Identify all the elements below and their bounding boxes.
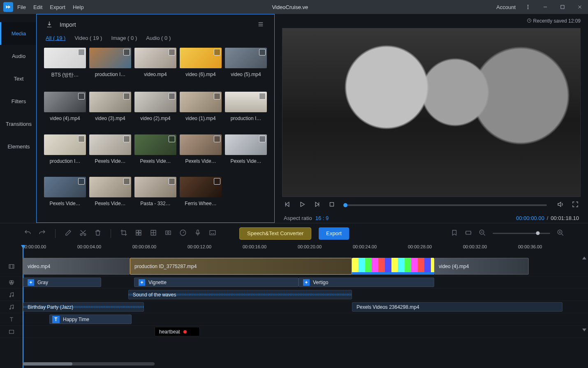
media-item-label: video (4).mp4 [44, 116, 86, 121]
media-item[interactable]: Pexels Vide… [225, 134, 267, 171]
video-clip[interactable]: video.mp4 [23, 258, 130, 275]
audio-clip[interactable]: Pexels Videos 2364298.mp4 [352, 302, 563, 312]
freeze-icon[interactable] [164, 229, 172, 238]
media-item-label: BTS (방탄… [44, 72, 86, 79]
video-clip-bars[interactable] [352, 258, 434, 275]
record-clip[interactable]: heartbeat [155, 327, 200, 336]
media-panel: Import All ( 19 ) Video ( 19 ) Image ( 0… [36, 14, 275, 223]
media-filter-tabs: All ( 19 ) Video ( 19 ) Image ( 0 ) Audi… [37, 35, 274, 45]
account-button[interactable]: Account [496, 4, 516, 10]
maximize-icon[interactable] [558, 2, 567, 12]
media-item[interactable]: Pexels Vide… [134, 134, 176, 171]
ruler-tick: 00:00:24.00 [353, 244, 377, 249]
ruler-tick: 00:00:00.00 [22, 244, 46, 249]
media-grid: BTS (방탄… production I… video.mp4 video (… [37, 45, 274, 215]
mosaic-icon[interactable] [135, 229, 142, 238]
tab-media[interactable]: Media [0, 22, 36, 45]
text-clip[interactable]: THappy Time [49, 315, 132, 324]
filter-image[interactable]: Image ( 0 ) [111, 35, 137, 41]
media-item[interactable]: video (2).mp4 [134, 92, 176, 128]
export-button[interactable]: Export [319, 227, 349, 240]
media-item[interactable]: Pexels Vide… [89, 177, 131, 213]
edit-icon[interactable] [65, 229, 72, 238]
menu-export[interactable]: Export [50, 4, 65, 10]
media-item[interactable]: Pasta - 332… [134, 177, 176, 213]
delete-icon[interactable] [94, 229, 102, 238]
filter-all[interactable]: All ( 19 ) [46, 35, 65, 41]
kebab-menu-icon[interactable] [523, 2, 533, 12]
media-item[interactable]: video (3).mp4 [89, 92, 131, 128]
filter-clip[interactable]: ✦Vignette [134, 278, 299, 287]
zoom-slider[interactable] [493, 233, 550, 234]
current-time: 00:00:00.00 [516, 215, 544, 221]
grid-icon[interactable] [150, 229, 157, 238]
next-frame-icon[interactable] [313, 201, 321, 210]
tab-text[interactable]: Text [0, 67, 36, 90]
preview-progress[interactable] [345, 204, 547, 206]
video-clip-selected[interactable]: production ID_3775287.mp4 [130, 258, 352, 275]
timeline-hscroll[interactable] [23, 362, 155, 366]
media-item-label: production I… [225, 116, 267, 121]
volume-icon[interactable] [557, 201, 564, 210]
speed-icon[interactable] [179, 229, 187, 238]
prev-frame-icon[interactable] [284, 201, 291, 210]
filter-video[interactable]: Video ( 19 ) [74, 35, 102, 41]
undo-icon[interactable] [24, 229, 31, 238]
tab-elements[interactable]: Elements [0, 135, 36, 158]
stop-icon[interactable] [328, 201, 336, 210]
clip-label: Happy Time [63, 317, 89, 322]
tab-filters[interactable]: Filters [0, 90, 36, 113]
media-item[interactable]: video (5).mp4 [225, 48, 267, 85]
filter-audio[interactable]: Audio ( 0 ) [146, 35, 171, 41]
redo-icon[interactable] [39, 229, 46, 238]
timeline-vscroll[interactable] [582, 257, 586, 339]
tab-audio[interactable]: Audio [0, 45, 36, 67]
audio-clip[interactable]: Sound of the waves [128, 290, 352, 299]
track-sfx: Sound of the waves [0, 289, 588, 301]
timeline: 00:00:00.00 00:00:04.00 00:00:08.00 00:0… [0, 243, 588, 368]
speech-text-button[interactable]: Speech&Text Converter [239, 227, 311, 240]
marker-icon[interactable] [451, 229, 458, 238]
zoom-out-icon[interactable] [479, 229, 486, 238]
tab-transitions[interactable]: Transitions [0, 113, 36, 135]
track-video: video.mp4 production ID_3775287.mp4 vide… [0, 257, 588, 276]
media-item[interactable]: video.mp4 [134, 48, 176, 85]
import-button[interactable]: Import [60, 21, 76, 28]
media-item[interactable]: video (4).mp4 [44, 92, 86, 128]
preview-screen[interactable] [282, 28, 581, 197]
filter-clip[interactable]: ✦Gray [23, 278, 101, 287]
media-item[interactable]: video (6).mp4 [180, 48, 222, 85]
media-item[interactable]: production I… [44, 134, 86, 171]
media-item[interactable]: Pexels Vide… [180, 134, 222, 171]
media-item-label: video.mp4 [134, 72, 176, 77]
minimize-icon[interactable] [540, 2, 550, 12]
media-item[interactable]: production I… [89, 48, 131, 85]
fit-icon[interactable] [465, 229, 472, 238]
crop-icon[interactable] [120, 229, 127, 238]
aspect-ratio-value[interactable]: 16 : 9 [315, 215, 329, 221]
media-item[interactable]: Ferris Whee… [180, 177, 222, 213]
fullscreen-icon[interactable] [572, 201, 579, 210]
zoom-in-icon[interactable] [557, 229, 564, 238]
subtitle-icon[interactable] [209, 229, 216, 238]
media-item[interactable]: BTS (방탄… [44, 48, 86, 85]
menu-edit[interactable]: Edit [33, 4, 42, 10]
cut-icon[interactable] [79, 229, 87, 238]
import-icon[interactable] [46, 21, 53, 29]
media-item[interactable]: video (1).mp4 [180, 92, 222, 128]
time-ruler[interactable]: 00:00:00.00 00:00:04.00 00:00:08.00 00:0… [23, 243, 588, 257]
audio-clip[interactable]: Birthday Party (Jazz) [23, 302, 144, 312]
record-track-icon [8, 329, 15, 335]
video-clip[interactable]: video (4).mp4 [434, 258, 529, 275]
media-item[interactable]: production I… [225, 92, 267, 128]
play-icon[interactable] [299, 201, 306, 210]
total-duration: 00:01:18.10 [551, 215, 579, 221]
close-icon[interactable] [575, 2, 585, 12]
filter-clip[interactable]: ✦Vertigo [299, 278, 434, 287]
list-view-icon[interactable] [256, 21, 265, 29]
voiceover-icon[interactable] [194, 229, 201, 238]
menu-help[interactable]: Help [73, 4, 84, 10]
menu-file[interactable]: File [17, 4, 26, 10]
media-item[interactable]: Pexels Vide… [44, 177, 86, 213]
media-item[interactable]: Pexels Vide… [89, 134, 131, 171]
